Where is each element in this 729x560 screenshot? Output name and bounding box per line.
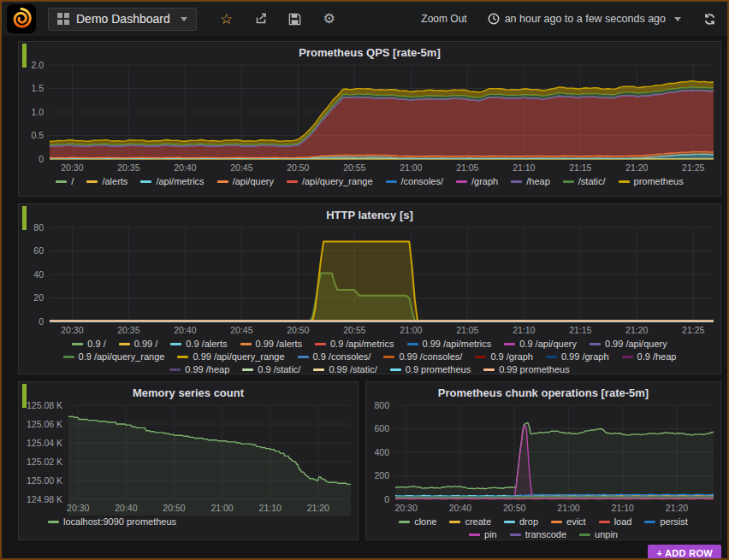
- legend-color-mark: [469, 533, 480, 536]
- panel-title[interactable]: Memory series count: [19, 382, 358, 401]
- legend-item[interactable]: 0.99 /: [119, 339, 158, 349]
- svg-text:20:35: 20:35: [117, 325, 139, 335]
- legend-color-mark: [140, 180, 151, 183]
- svg-text:21:20: 21:20: [625, 325, 648, 335]
- svg-text:400: 400: [374, 447, 389, 457]
- dashboard-picker-button[interactable]: Demo Dashboard: [48, 8, 197, 31]
- legend-item[interactable]: persist: [644, 516, 687, 527]
- legend-item[interactable]: 0.99 /static/: [313, 364, 376, 374]
- legend-item[interactable]: 0.9 /: [72, 339, 105, 349]
- legend-item[interactable]: clone: [399, 516, 436, 527]
- svg-text:21:10: 21:10: [612, 503, 634, 513]
- legend-item[interactable]: transcode: [510, 529, 566, 539]
- legend-item[interactable]: 0.9 /api/metrics: [315, 339, 394, 349]
- legend-item[interactable]: unpin: [579, 529, 618, 539]
- legend-item[interactable]: /alerts: [86, 176, 127, 186]
- row-collapse-handle[interactable]: [22, 384, 27, 408]
- legend-label: 0.9 /: [87, 339, 105, 349]
- memory-chart-plot[interactable]: 124.98 K125.00 K125.02 K125.04 K125.06 K…: [19, 401, 356, 516]
- legend-item[interactable]: /heap: [511, 176, 550, 186]
- legend-item[interactable]: /api/query_range: [287, 176, 373, 186]
- save-icon: [288, 13, 301, 26]
- legend-label: /api/metrics: [156, 176, 204, 186]
- legend-item[interactable]: 0.99 /api/query: [590, 339, 667, 349]
- svg-text:20:50: 20:50: [287, 325, 309, 335]
- legend-item[interactable]: 0.9 prometheus: [390, 364, 471, 374]
- legend-item[interactable]: /api/metrics: [140, 176, 204, 186]
- legend-item[interactable]: load: [599, 516, 632, 527]
- legend-item[interactable]: 0.99 /api/metrics: [407, 339, 492, 349]
- legend-item[interactable]: /consoles/: [386, 176, 444, 186]
- legend-label: 0.99 /graph: [561, 351, 609, 362]
- legend-label: drop: [519, 516, 538, 527]
- legend-label: /static/: [578, 176, 606, 186]
- legend-item[interactable]: prometheus: [619, 176, 684, 186]
- legend-item[interactable]: 0.9 /alerts: [170, 339, 227, 349]
- save-button[interactable]: [287, 11, 303, 27]
- legend-item[interactable]: 0.9 /consoles/: [298, 351, 371, 362]
- memory-legend: localhost:9090 prometheus: [19, 516, 358, 527]
- svg-text:21:15: 21:15: [569, 162, 591, 173]
- svg-text:600: 600: [374, 423, 389, 433]
- legend-item[interactable]: /static/: [563, 176, 606, 186]
- row-collapse-handle[interactable]: [22, 206, 27, 230]
- legend-item[interactable]: /: [56, 176, 74, 186]
- dashboard-footer: + ADD ROW: [2, 545, 721, 560]
- latency-chart-plot[interactable]: 02040608020:3020:3520:4020:4520:5020:552…: [19, 223, 719, 338]
- chunk-ops-chart-plot[interactable]: 020040060080020:3020:4020:5021:0021:1021…: [366, 401, 719, 516]
- legend-item[interactable]: create: [449, 516, 491, 527]
- legend-item[interactable]: 0.9 /graph: [475, 351, 533, 362]
- legend-item[interactable]: 0.99 /api/query_range: [177, 351, 284, 362]
- panel-title[interactable]: Prometheus QPS [rate-5m]: [19, 42, 720, 61]
- star-button[interactable]: ☆: [219, 11, 234, 27]
- refresh-button[interactable]: [702, 11, 717, 27]
- zoom-out-button[interactable]: Zoom Out: [421, 13, 466, 25]
- svg-text:21:05: 21:05: [456, 325, 478, 335]
- legend-item[interactable]: 0.99 prometheus: [483, 364, 570, 374]
- legend-color-mark: [504, 521, 515, 523]
- time-range-picker[interactable]: an hour ago to a few seconds ago: [488, 13, 681, 25]
- legend-item[interactable]: 0.99 /alerts: [240, 339, 302, 349]
- panel-title[interactable]: HTTP latency [s]: [19, 204, 720, 223]
- grafana-logo[interactable]: [7, 4, 36, 33]
- qps-chart-plot[interactable]: 00.51.01.52.020:3020:3520:4020:4520:5020…: [19, 61, 719, 175]
- svg-text:20:30: 20:30: [61, 325, 83, 335]
- legend-label: localhost:9090 prometheus: [63, 516, 176, 527]
- add-row-button[interactable]: + ADD ROW: [648, 545, 721, 560]
- legend-item[interactable]: 0.9 /heap: [622, 351, 677, 362]
- legend-item[interactable]: /graph: [456, 176, 498, 186]
- svg-text:21:05: 21:05: [456, 162, 478, 173]
- legend-item[interactable]: pin: [469, 529, 497, 539]
- legend-item[interactable]: 0.99 /consoles/: [383, 351, 462, 362]
- legend-item[interactable]: 0.99 /heap: [169, 364, 229, 374]
- legend-label: 0.99 /heap: [185, 364, 229, 374]
- legend-item[interactable]: 0.9 /static/: [242, 364, 300, 374]
- legend-color-mark: [170, 343, 181, 345]
- legend-item[interactable]: localhost:9090 prometheus: [48, 516, 176, 527]
- legend-item[interactable]: drop: [504, 516, 538, 527]
- legend-label: 0.9 /consoles/: [313, 351, 371, 362]
- legend-color-mark: [644, 521, 655, 523]
- svg-text:0: 0: [39, 316, 44, 327]
- settings-button[interactable]: ⚙: [322, 11, 337, 27]
- panel-memory-series-count: Memory series count 124.98 K125.00 K125.…: [18, 381, 359, 540]
- legend-item[interactable]: /api/query: [217, 176, 274, 186]
- svg-text:200: 200: [374, 470, 389, 480]
- svg-text:0: 0: [384, 494, 389, 504]
- legend-item[interactable]: 0.9 /api/query: [504, 339, 577, 349]
- row-collapse-handle[interactable]: [22, 44, 27, 68]
- dashboards-grid-icon: [57, 13, 69, 25]
- legend-item[interactable]: 0.99 /graph: [546, 351, 609, 362]
- svg-text:80: 80: [33, 223, 44, 233]
- caret-down-icon: [674, 17, 681, 21]
- svg-text:21:00: 21:00: [400, 162, 422, 173]
- legend-item[interactable]: evict: [551, 516, 586, 527]
- svg-text:20:55: 20:55: [343, 325, 365, 335]
- clock-icon: [488, 13, 500, 25]
- panel-title[interactable]: Prometheus chunk operations [rate-5m]: [366, 382, 720, 401]
- share-button[interactable]: [253, 11, 269, 27]
- legend-color-mark: [177, 356, 188, 358]
- svg-text:0.5: 0.5: [31, 130, 44, 140]
- legend-item[interactable]: 0.9 /api/query_range: [63, 351, 165, 362]
- svg-text:21:00: 21:00: [557, 503, 579, 513]
